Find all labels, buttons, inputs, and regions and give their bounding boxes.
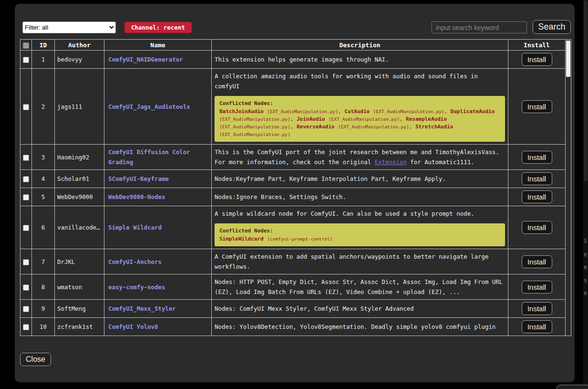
install-button[interactable]: Install xyxy=(522,302,552,315)
conflicted-node-name: BatchJoinAudio xyxy=(219,108,264,115)
occluded-ui-glyph: e xyxy=(584,251,587,258)
search-input[interactable] xyxy=(432,21,527,33)
install-button[interactable]: Install xyxy=(522,221,552,234)
conflicted-node-source: [EXT_AudioManipulation.py] xyxy=(219,124,290,129)
description-text: A simple wildcard node for ComfyUI. Can … xyxy=(215,209,505,219)
custom-nodes-table: ID Author Name Description Install 1bedo… xyxy=(20,39,571,336)
install-button[interactable]: Install xyxy=(522,281,552,294)
conflicted-nodes-list: SimpleWildcard [comfyui-prompt-control] xyxy=(219,235,500,242)
description-link[interactable]: Extension xyxy=(375,158,407,166)
row-id: 4 xyxy=(32,170,55,188)
description-text: Nodes: Yolov8Detection, Yolov8Segmentati… xyxy=(215,322,505,332)
row-author: jags111 xyxy=(55,69,104,145)
row-description: Nodes: ComfyUI Mexx Styler, ComfyUI Mexx… xyxy=(212,300,508,318)
conflicted-nodes-title: Conflicted Nodes: xyxy=(219,100,500,107)
row-name-link[interactable]: Simple Wildcard xyxy=(108,224,162,231)
page-scrollbar-thumb[interactable] xyxy=(584,0,588,181)
row-checkbox[interactable] xyxy=(23,306,29,312)
partial-button-bottom-right[interactable] xyxy=(557,385,588,389)
header-author: Author xyxy=(55,40,104,51)
install-button[interactable]: Install xyxy=(522,100,552,113)
row-checkbox[interactable] xyxy=(23,259,29,265)
conflicted-node-name: SimpleWildcard xyxy=(219,236,264,242)
row-id: 6 xyxy=(32,206,55,249)
install-button[interactable]: Install xyxy=(522,255,552,268)
occluded-ui-glyph: S xyxy=(584,238,587,244)
dialog-toolbar: Filter: all Channel: recent Search xyxy=(15,4,575,39)
row-id: 9 xyxy=(32,300,55,318)
row-description: Nodes:Ignore Braces, Settings Switch. xyxy=(212,188,508,206)
row-id: 7 xyxy=(32,249,55,274)
occluded-ui-glyph: e xyxy=(584,264,587,271)
row-author: vanillacode314 xyxy=(55,206,104,249)
row-author: Scholar01 xyxy=(55,170,104,188)
row-name-link[interactable]: ComfyUI_Mexx_Styler xyxy=(108,305,176,312)
row-id: 2 xyxy=(32,69,55,145)
row-checkbox[interactable] xyxy=(23,324,29,330)
row-author: SoftMeng xyxy=(55,300,104,318)
conflicted-nodes-box: Conflicted Nodes:SimpleWildcard [comfyui… xyxy=(215,223,505,246)
install-button[interactable]: Install xyxy=(522,320,552,333)
table-row: 7DrJKLComfyUI-AnchorsA ComfyUI extension… xyxy=(21,249,566,274)
conflicted-node-name: DuplicateAudio xyxy=(451,108,495,115)
install-button[interactable]: Install xyxy=(522,172,552,185)
table-row: 2jags111ComfyUI_Jags_AudiotoolsA collect… xyxy=(21,69,566,145)
filter-select[interactable]: Filter: all xyxy=(22,21,116,33)
conflicted-node-name: ReverseAudio xyxy=(297,124,334,130)
row-name-link[interactable]: ComfyUI Yolov8 xyxy=(108,323,158,330)
description-text: This extension helps generate images thr… xyxy=(215,54,505,64)
row-name-link[interactable]: ComfyUI-Anchors xyxy=(108,258,162,265)
row-name-link[interactable]: SComfyUI-Keyframe xyxy=(108,175,169,182)
row-description: Nodes:Keyframe Part, Keyframe Interpolat… xyxy=(212,170,508,188)
row-id: 1 xyxy=(32,51,55,69)
page-scrollbar[interactable] xyxy=(583,0,588,389)
conflicted-node-name: CutAudio xyxy=(344,108,370,115)
search-button[interactable]: Search xyxy=(533,20,571,34)
row-checkbox[interactable] xyxy=(23,57,29,63)
table-scrollbar-thumb[interactable] xyxy=(566,41,570,77)
header-select-all xyxy=(21,40,32,51)
select-all-checkbox[interactable] xyxy=(23,42,29,49)
table-row: 3Haoming02ComfyUI Diffusion Color Gradin… xyxy=(21,145,566,170)
row-id: 5 xyxy=(32,188,55,206)
conflicted-node-name: StretchAudio xyxy=(415,124,453,130)
row-name-link[interactable]: ComfyUI Diffusion Color Grading xyxy=(108,148,190,166)
row-checkbox[interactable] xyxy=(23,284,29,291)
conflicted-node-source: [EXT_AudioManipulation.py] xyxy=(219,132,290,137)
occluded-ui-glyph: e xyxy=(584,290,587,296)
row-checkbox[interactable] xyxy=(23,104,29,110)
row-description: This extension helps generate images thr… xyxy=(212,51,508,69)
install-button[interactable]: Install xyxy=(522,151,552,164)
row-checkbox[interactable] xyxy=(23,176,29,182)
table-row: 4Scholar01SComfyUI-KeyframeNodes:Keyfram… xyxy=(21,170,566,188)
row-name-link[interactable]: ComfyUI_NAIDGenerator xyxy=(108,56,183,63)
row-description: A collection amazing audio tools for wor… xyxy=(212,69,508,145)
header-name: Name xyxy=(104,40,212,51)
install-custom-nodes-dialog: Filter: all Channel: recent Search ID Au… xyxy=(15,4,575,382)
description-text: Nodes: HTTP POST, Empty Dict, Assoc Str,… xyxy=(215,277,505,297)
description-text: A collection amazing audio tools for wor… xyxy=(215,71,505,91)
install-button[interactable]: Install xyxy=(522,53,552,66)
table-row: 9SoftMengComfyUI_Mexx_StylerNodes: Comfy… xyxy=(21,300,566,318)
table-row: 10zcfrank1stComfyUI Yolov8Nodes: Yolov8D… xyxy=(21,318,566,336)
row-name-link[interactable]: ComfyUI_Jags_Audiotools xyxy=(108,103,190,110)
row-description: Nodes: HTTP POST, Empty Dict, Assoc Str,… xyxy=(212,274,508,300)
row-id: 8 xyxy=(32,274,55,300)
conflicted-node-name: JoinAudio xyxy=(297,116,325,122)
close-button[interactable]: Close xyxy=(20,353,51,366)
occluded-ui-glyph: s xyxy=(584,277,587,284)
description-text: Nodes: ComfyUI Mexx Styler, ComfyUI Mexx… xyxy=(215,304,505,314)
row-name-link[interactable]: easy-comfy-nodes xyxy=(108,284,165,291)
row-checkbox[interactable] xyxy=(23,194,29,200)
install-button[interactable]: Install xyxy=(522,190,552,203)
row-id: 3 xyxy=(32,145,55,170)
row-author: wmatson xyxy=(55,274,104,300)
row-checkbox[interactable] xyxy=(23,155,29,161)
table-header-row: ID Author Name Description Install xyxy=(21,40,566,51)
row-checkbox[interactable] xyxy=(23,225,29,231)
table-body: 1bedovyyComfyUI_NAIDGeneratorThis extens… xyxy=(21,51,566,336)
table-scrollbar[interactable] xyxy=(565,39,571,336)
conflicted-node-source: [EXT_AudioManipulation.py] xyxy=(338,124,409,129)
row-name-link[interactable]: WebDev9000-Nodes xyxy=(108,193,165,200)
row-author: WebDev9000 xyxy=(55,188,104,206)
